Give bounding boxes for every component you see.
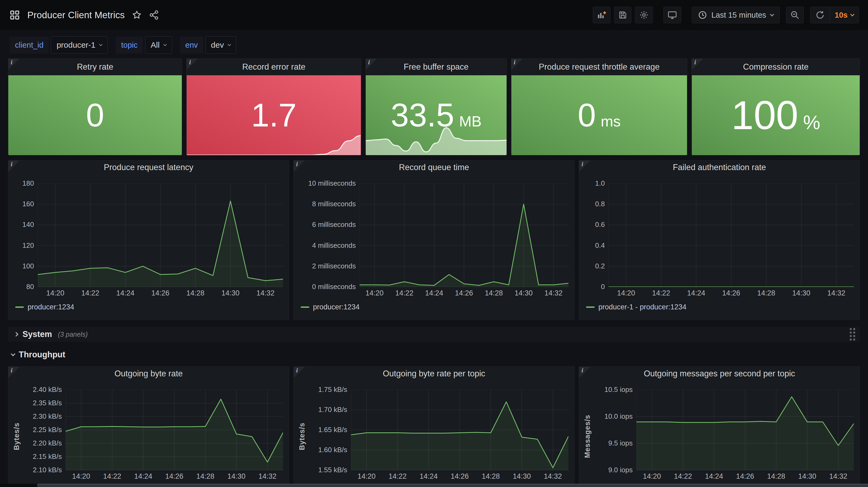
panel-title[interactable]: Produce request latency	[8, 160, 289, 174]
panel-info-corner-icon[interactable]	[8, 367, 20, 378]
panel-title[interactable]: Compression rate	[692, 59, 860, 75]
add-panel-button[interactable]	[593, 7, 611, 23]
legend-item[interactable]: producer-1 - producer:1234	[586, 303, 860, 311]
x-tick-label: 14:30	[227, 472, 246, 481]
chart-plot-area[interactable]	[38, 183, 283, 287]
y-tick-label: 9.0 iops	[608, 466, 633, 474]
panel-info-corner-icon[interactable]	[366, 59, 377, 70]
x-axis: 14:2014:2214:2414:2614:2814:3014:32	[66, 470, 283, 483]
panel-info-corner-icon[interactable]	[8, 59, 20, 70]
x-tick-label: 14:26	[736, 472, 754, 481]
legend-item[interactable]: producer:1234	[15, 303, 289, 311]
legend-series-color	[586, 306, 595, 308]
stat-panel-record-error-rate: i Record error rate 1.7	[186, 58, 361, 155]
panel-title[interactable]: Outgoing byte rate per topic	[294, 367, 574, 381]
chart-canvas	[609, 183, 854, 287]
chart-canvas	[38, 183, 283, 287]
variable-value-env[interactable]: dev	[205, 36, 236, 54]
y-axis: 18016014012010080	[11, 183, 38, 287]
row-header-throughput[interactable]: Throughput	[8, 348, 860, 362]
stat-unit: ms	[601, 113, 621, 130]
panel-outgoing-byte-rate-per-topic: i Outgoing byte rate per topic Bytes/s 1…	[293, 366, 575, 487]
row-title: System	[23, 330, 52, 339]
scrollbar-thumb[interactable]	[37, 484, 868, 487]
variable-value-topic[interactable]: All	[145, 36, 172, 54]
chart-canvas	[351, 390, 568, 470]
y-axis-unit-label: Messages/s	[582, 390, 593, 483]
y-tick-label: 1.55 kB/s	[318, 466, 347, 474]
chevron-down-icon	[227, 42, 231, 46]
panel-info-corner-icon[interactable]	[692, 59, 703, 70]
panel-title[interactable]: Outgoing byte rate	[8, 367, 289, 381]
y-axis-unit-label: Bytes/s	[297, 390, 308, 483]
dashboard-settings-button[interactable]	[635, 7, 653, 23]
throughput-panel-row: i Outgoing byte rate Bytes/s 2.40 kB/s2.…	[8, 366, 860, 487]
star-icon[interactable]	[132, 10, 142, 20]
stat-value-area: 0	[8, 75, 182, 155]
info-icon: i	[582, 161, 583, 168]
x-tick-label: 14:30	[798, 472, 816, 481]
panel-title[interactable]: Failed authentication rate	[579, 160, 860, 174]
dashboards-grid-icon[interactable]	[9, 9, 20, 21]
x-tick-label: 14:28	[757, 289, 775, 297]
x-tick-label: 14:32	[544, 289, 562, 297]
stat-unit: %	[803, 112, 820, 133]
panel-info-corner-icon[interactable]	[512, 59, 523, 70]
row-panel-count: (3 panels)	[58, 331, 88, 338]
panel-title[interactable]: Produce request throttle average	[512, 59, 687, 75]
panel-title[interactable]: Record error rate	[187, 59, 361, 75]
row-header-system[interactable]: System (3 panels)	[8, 327, 860, 342]
template-variables-row: client_id producer-1 topic All env dev	[0, 30, 868, 57]
variable-value-client-id[interactable]: producer-1	[51, 36, 107, 54]
stat-value-area: 33.5 MB	[366, 75, 506, 155]
panel-title[interactable]: Record queue time	[294, 160, 574, 174]
panel-info-corner-icon[interactable]	[294, 367, 305, 378]
chart-plot-area[interactable]	[360, 183, 568, 287]
chart-plot-area[interactable]	[609, 183, 854, 287]
panel-title[interactable]: Retry rate	[8, 59, 182, 75]
zoom-out-button[interactable]	[786, 7, 804, 23]
info-icon: i	[368, 59, 370, 66]
panel-info-corner-icon[interactable]	[187, 59, 198, 70]
chevron-down-icon	[770, 12, 774, 16]
variable-label-topic: topic	[116, 36, 143, 54]
stat-value: 0	[86, 99, 104, 131]
chart-plot-area[interactable]	[351, 390, 568, 470]
variable-value-text: dev	[211, 40, 224, 50]
y-tick-label: 10.5 iops	[604, 386, 633, 394]
chart-plot-area[interactable]	[637, 390, 854, 470]
panel-info-corner-icon[interactable]	[579, 367, 590, 378]
x-tick-label: 14:24	[687, 289, 705, 297]
variable-value-text: All	[151, 40, 160, 50]
panel-info-corner-icon[interactable]	[579, 160, 590, 172]
panel-info-corner-icon[interactable]	[294, 160, 305, 172]
tv-mode-button[interactable]	[663, 7, 681, 23]
y-tick-label: 10 milliseconds	[308, 179, 356, 187]
panel-info-corner-icon[interactable]	[8, 160, 20, 172]
chevron-down-icon	[850, 12, 855, 16]
x-tick-label: 14:22	[652, 289, 670, 297]
x-tick-label: 14:26	[455, 289, 473, 297]
x-tick-label: 14:30	[515, 289, 533, 297]
chart-plot-area[interactable]	[66, 390, 283, 470]
refresh-interval-label: 10s	[835, 11, 848, 20]
legend-item[interactable]: producer:1234	[301, 303, 574, 311]
stat-value-area: 1.7	[187, 75, 361, 155]
panel-outgoing-byte-rate: i Outgoing byte rate Bytes/s 2.40 kB/s2.…	[8, 366, 289, 487]
refresh-button[interactable]	[810, 7, 830, 23]
y-tick-label: 6 milliseconds	[312, 220, 356, 229]
info-icon: i	[11, 59, 12, 66]
time-range-picker[interactable]: Last 15 minutes	[692, 7, 780, 23]
row-drag-handle[interactable]	[850, 328, 855, 340]
panel-title[interactable]: Free buffer space	[366, 59, 506, 75]
panel-title[interactable]: Outgoing messages per second per topic	[579, 367, 860, 381]
x-tick-label: 14:20	[72, 472, 90, 481]
row-title: Throughput	[19, 350, 65, 360]
y-tick-label: 2.15 kB/s	[33, 452, 62, 461]
y-tick-label: 1.65 kB/s	[318, 426, 347, 434]
y-tick-label: 10.0 iops	[604, 412, 633, 421]
share-icon[interactable]	[149, 10, 159, 20]
save-dashboard-button[interactable]	[614, 7, 631, 23]
x-axis: 14:2014:2214:2414:2614:2814:3014:32	[38, 287, 283, 300]
refresh-interval-dropdown[interactable]: 10s	[830, 7, 859, 23]
